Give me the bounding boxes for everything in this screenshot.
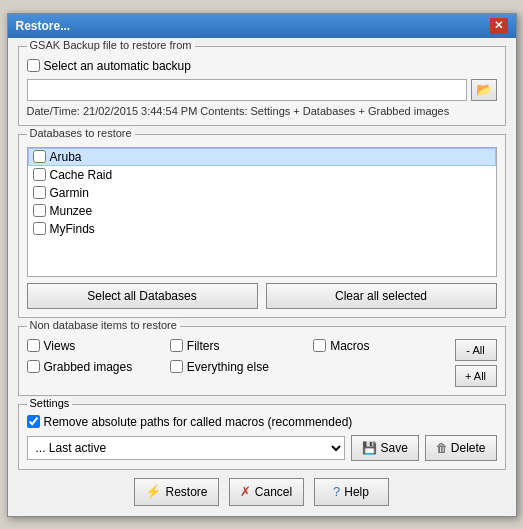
x-icon: ✗ <box>240 484 251 499</box>
grabbed-images-label: Grabbed images <box>44 360 133 374</box>
macros-checkbox[interactable] <box>313 339 326 352</box>
views-checkbox[interactable] <box>27 339 40 352</box>
remove-paths-checkbox[interactable] <box>27 415 40 428</box>
everything-else-row: Everything else <box>170 360 305 374</box>
list-item[interactable]: MyFinds <box>28 220 496 238</box>
db-checkbox-cache-raid[interactable] <box>33 168 46 181</box>
macros-label: Macros <box>330 339 369 353</box>
db-name: Aruba <box>50 150 82 164</box>
settings-group: Settings Remove absolute paths for calle… <box>18 404 506 470</box>
help-button[interactable]: ? Help <box>314 478 389 506</box>
db-checkbox-munzee[interactable] <box>33 204 46 217</box>
restore-label: Restore <box>165 485 207 499</box>
db-checkbox-garmin[interactable] <box>33 186 46 199</box>
views-label: Views <box>44 339 76 353</box>
non-db-group: Non database items to restore Views Filt… <box>18 326 506 396</box>
help-label: Help <box>344 485 369 499</box>
filters-label: Filters <box>187 339 220 353</box>
filters-checkbox[interactable] <box>170 339 183 352</box>
databases-list: Aruba Cache Raid Garmin Munzee MyFinds <box>27 147 497 277</box>
footer-buttons: ⚡ Restore ✗ Cancel ? Help <box>18 478 506 506</box>
clear-all-selected-button[interactable]: Clear all selected <box>266 283 497 309</box>
window-title: Restore... <box>16 19 71 33</box>
file-path-input[interactable]: c:\temp\set.zip <box>27 79 467 101</box>
minus-all-button[interactable]: - All <box>455 339 497 361</box>
browse-button[interactable]: 📂 <box>471 79 497 101</box>
macros-row: Macros <box>313 339 448 353</box>
auto-backup-checkbox[interactable] <box>27 59 40 72</box>
close-button[interactable]: ✕ <box>490 18 508 34</box>
grabbed-images-checkbox[interactable] <box>27 360 40 373</box>
auto-backup-label: Select an automatic backup <box>44 59 191 73</box>
settings-dropdown[interactable]: ... Last active <box>27 436 346 460</box>
grabbed-images-row: Grabbed images <box>27 360 162 374</box>
views-row: Views <box>27 339 162 353</box>
lightning-icon: ⚡ <box>145 484 161 499</box>
settings-group-label: Settings <box>27 397 73 409</box>
delete-button[interactable]: 🗑 Delete <box>425 435 497 461</box>
delete-label: Delete <box>451 441 486 455</box>
db-name: MyFinds <box>50 222 95 236</box>
db-name: Garmin <box>50 186 89 200</box>
backup-group-label: GSAK Backup file to restore from <box>27 39 195 51</box>
backup-group: GSAK Backup file to restore from Select … <box>18 46 506 126</box>
title-bar: Restore... ✕ <box>8 14 516 38</box>
databases-group: Databases to restore Aruba Cache Raid Ga… <box>18 134 506 318</box>
list-item[interactable]: Munzee <box>28 202 496 220</box>
save-label: Save <box>380 441 407 455</box>
plus-all-button[interactable]: + All <box>455 365 497 387</box>
restore-dialog: Restore... ✕ GSAK Backup file to restore… <box>7 13 517 517</box>
non-db-group-label: Non database items to restore <box>27 319 180 331</box>
everything-else-label: Everything else <box>187 360 269 374</box>
remove-paths-label: Remove absolute paths for called macros … <box>44 415 353 429</box>
save-icon: 💾 <box>362 441 377 455</box>
databases-group-label: Databases to restore <box>27 127 135 139</box>
save-button[interactable]: 💾 Save <box>351 435 418 461</box>
list-item[interactable]: Cache Raid <box>28 166 496 184</box>
list-item[interactable]: Aruba <box>28 148 496 166</box>
db-name: Munzee <box>50 204 93 218</box>
filters-row: Filters <box>170 339 305 353</box>
list-item[interactable]: Garmin <box>28 184 496 202</box>
cancel-label: Cancel <box>255 485 292 499</box>
restore-button[interactable]: ⚡ Restore <box>134 478 218 506</box>
backup-info: Date/Time: 21/02/2015 3:44:54 PM Content… <box>27 105 497 117</box>
question-icon: ? <box>333 484 340 499</box>
select-all-databases-button[interactable]: Select all Databases <box>27 283 258 309</box>
cancel-button[interactable]: ✗ Cancel <box>229 478 304 506</box>
db-checkbox-myfinds[interactable] <box>33 222 46 235</box>
side-buttons: - All + All <box>455 339 497 387</box>
trash-icon: 🗑 <box>436 441 448 455</box>
db-name: Cache Raid <box>50 168 113 182</box>
everything-else-checkbox[interactable] <box>170 360 183 373</box>
browse-icon: 📂 <box>476 82 492 97</box>
db-checkbox-aruba[interactable] <box>33 150 46 163</box>
